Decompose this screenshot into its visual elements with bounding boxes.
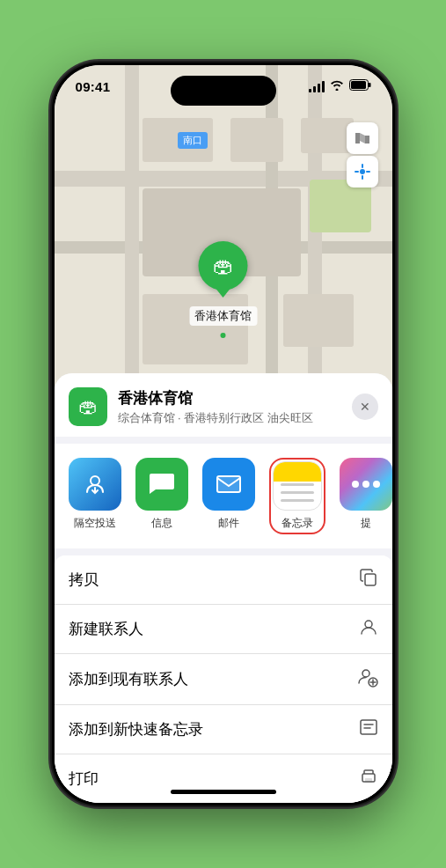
home-indicator [171,790,276,794]
venue-pin: 🏟 香港体育馆 [189,241,257,326]
more-icon [340,458,392,511]
more-dots [352,481,380,488]
phone-frame: 09:41 [52,63,395,805]
pin-stadium-icon: 🏟 [213,254,234,278]
share-item-more[interactable]: 提 [340,458,392,531]
share-item-airdrop[interactable]: 隔空投送 [69,458,121,531]
notes-label: 备忘录 [281,516,313,531]
action-copy[interactable]: 拷贝 [55,555,392,605]
message-label: 信息 [151,516,172,531]
venue-header: 🏟 香港体育馆 综合体育馆 · 香港特别行政区 油尖旺区 ✕ [55,373,392,437]
add-contact-icon [357,666,378,692]
notes-lines [281,483,314,502]
mail-label: 邮件 [218,516,239,531]
new-contact-icon [359,617,378,641]
location-button[interactable] [347,156,378,188]
svg-point-10 [365,621,372,628]
airdrop-label: 隔空投送 [74,516,116,531]
notes-top-bar [274,462,321,482]
map-type-button[interactable] [347,122,378,154]
svg-rect-4 [365,136,369,143]
action-print-label: 打印 [69,769,99,789]
phone-screen: 09:41 [55,65,392,803]
bottom-sheet: 🏟 香港体育馆 综合体育馆 · 香港特别行政区 油尖旺区 ✕ [55,373,392,803]
svg-rect-15 [365,778,372,783]
svg-point-11 [362,670,369,677]
venue-name: 香港体育馆 [118,388,341,408]
map-entrance-label: 南口 [178,132,208,149]
venue-subtitle: 综合体育馆 · 香港特别行政区 油尖旺区 [118,410,341,426]
share-item-mail[interactable]: 邮件 [202,458,255,531]
battery-icon [349,79,371,93]
venue-logo-icon: 🏟 [78,395,98,418]
airdrop-icon [69,458,121,511]
action-new-contact-label: 新建联系人 [69,619,143,639]
print-icon [359,767,378,791]
notes-icon [273,461,322,511]
action-print[interactable]: 打印 [55,754,392,803]
signal-icon [309,81,325,92]
action-new-contact[interactable]: 新建联系人 [55,605,392,654]
action-list: 拷贝 新建联系人 [55,555,392,803]
svg-rect-13 [361,720,377,734]
venue-logo: 🏟 [69,387,107,426]
action-add-existing-label: 添加到现有联系人 [69,669,188,689]
close-button[interactable]: ✕ [352,394,378,420]
wifi-icon [330,80,344,93]
svg-rect-7 [217,476,240,492]
svg-rect-9 [365,574,376,585]
status-time: 09:41 [76,79,111,94]
pin-circle: 🏟 [199,241,248,291]
pin-dot [221,333,226,338]
action-quick-note[interactable]: 添加到新快速备忘录 [55,705,392,754]
message-icon [135,458,188,511]
copy-icon [359,568,378,592]
svg-rect-3 [355,133,360,143]
share-item-notes[interactable]: 备忘录 [269,458,325,534]
status-icons [309,79,371,93]
share-item-message[interactable]: 信息 [135,458,188,531]
venue-info: 香港体育馆 综合体育馆 · 香港特别行政区 油尖旺区 [118,388,341,426]
svg-point-6 [91,476,99,485]
svg-point-5 [360,169,365,174]
dynamic-island [171,76,276,106]
map-controls[interactable] [347,122,378,188]
share-row: 隔空投送 信息 [55,444,392,548]
pin-venue-label: 香港体育馆 [189,306,257,326]
action-copy-label: 拷贝 [69,570,99,590]
svg-rect-1 [369,83,371,87]
svg-rect-2 [351,81,366,89]
quick-note-icon [359,717,378,741]
action-add-existing-contact[interactable]: 添加到现有联系人 [55,654,392,705]
action-quick-note-label: 添加到新快速备忘录 [69,719,203,739]
more-label: 提 [361,516,371,531]
mail-icon [202,458,255,511]
